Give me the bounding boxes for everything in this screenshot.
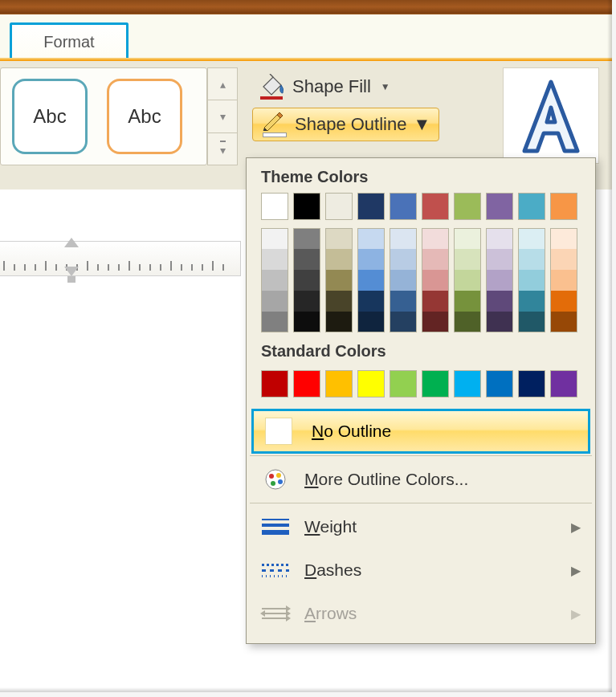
shape-style-gallery[interactable]: Abc Abc — [0, 67, 207, 165]
color-swatch[interactable] — [518, 228, 545, 249]
color-swatch[interactable] — [422, 249, 449, 270]
title-bar — [0, 0, 612, 14]
color-swatch[interactable] — [293, 228, 320, 249]
color-swatch[interactable] — [325, 193, 353, 220]
color-swatch[interactable] — [518, 312, 545, 332]
color-swatch[interactable] — [454, 370, 481, 397]
color-swatch[interactable] — [325, 291, 353, 312]
gallery-scroller: ▴ ▾ ▾ — [207, 67, 238, 165]
color-swatch[interactable] — [550, 370, 577, 397]
indent-marker-bottom[interactable] — [64, 267, 79, 276]
color-swatch[interactable] — [518, 270, 545, 291]
color-swatch[interactable] — [486, 249, 513, 270]
theme-colors-title: Theme Colors — [247, 158, 595, 193]
color-swatch[interactable] — [325, 228, 353, 249]
color-swatch[interactable] — [357, 228, 385, 249]
color-swatch[interactable] — [261, 370, 288, 397]
color-swatch[interactable] — [390, 312, 417, 332]
no-outline-item[interactable]: No Outline — [251, 409, 590, 454]
color-swatch[interactable] — [293, 270, 320, 291]
color-swatch[interactable] — [518, 193, 545, 220]
color-swatch[interactable] — [550, 193, 577, 220]
color-swatch[interactable] — [518, 370, 545, 397]
color-swatch[interactable] — [550, 270, 577, 291]
color-swatch[interactable] — [390, 370, 417, 397]
chevron-right-icon: ▶ — [571, 563, 581, 578]
color-swatch[interactable] — [486, 193, 513, 220]
color-swatch[interactable] — [261, 312, 288, 332]
color-swatch[interactable] — [261, 270, 288, 291]
color-swatch[interactable] — [486, 312, 513, 332]
color-swatch[interactable] — [422, 312, 449, 332]
color-swatch[interactable] — [357, 193, 385, 220]
tab-format[interactable]: Format — [10, 22, 129, 59]
more-outline-colors-item[interactable]: More Outline Colors... — [247, 458, 595, 501]
svg-point-0 — [266, 470, 285, 489]
color-swatch[interactable] — [422, 228, 449, 249]
color-swatch[interactable] — [550, 312, 577, 332]
wordart-style-gallery[interactable] — [503, 67, 599, 164]
color-swatch[interactable] — [261, 249, 288, 270]
weight-submenu-item[interactable]: Weight ▶ — [247, 505, 595, 548]
color-swatch[interactable] — [293, 312, 320, 332]
color-swatch[interactable] — [390, 291, 417, 312]
color-swatch[interactable] — [357, 270, 385, 291]
color-swatch[interactable] — [390, 193, 417, 220]
color-swatch[interactable] — [325, 270, 353, 291]
color-swatch[interactable] — [422, 270, 449, 291]
shape-style-thumb-2[interactable]: Abc — [107, 79, 182, 154]
color-swatch[interactable] — [486, 270, 513, 291]
gallery-expand[interactable]: ▾ — [207, 133, 238, 165]
color-swatch[interactable] — [454, 291, 481, 312]
color-swatch[interactable] — [486, 291, 513, 312]
dashes-submenu-item[interactable]: Dashes ▶ — [247, 548, 595, 592]
shape-fill-label: Shape Fill — [292, 76, 371, 97]
shape-outline-button[interactable]: Shape Outline ▼ — [252, 108, 439, 141]
dashes-icon — [261, 558, 290, 582]
color-swatch[interactable] — [550, 228, 577, 249]
color-swatch[interactable] — [390, 270, 417, 291]
gallery-scroll-up[interactable]: ▴ — [207, 67, 238, 100]
color-swatch[interactable] — [454, 270, 481, 291]
color-swatch[interactable] — [550, 249, 577, 270]
color-swatch[interactable] — [293, 193, 320, 220]
color-swatch[interactable] — [357, 291, 385, 312]
arrows-submenu-item: Arrows ▶ — [247, 592, 595, 635]
color-swatch[interactable] — [325, 370, 353, 397]
color-swatch[interactable] — [357, 312, 385, 332]
shape-fill-button[interactable]: Shape Fill ▼ — [252, 71, 439, 103]
gallery-scroll-down[interactable]: ▾ — [207, 100, 238, 132]
color-swatch[interactable] — [518, 249, 545, 270]
color-swatch[interactable] — [486, 370, 513, 397]
color-swatch[interactable] — [261, 193, 288, 220]
standard-colors-row — [247, 367, 595, 407]
color-swatch[interactable] — [357, 249, 385, 270]
shape-style-thumb-1[interactable]: Abc — [12, 79, 88, 154]
color-swatch[interactable] — [325, 249, 353, 270]
color-swatch[interactable] — [422, 193, 449, 220]
color-swatch[interactable] — [486, 228, 513, 249]
color-swatch[interactable] — [454, 228, 481, 249]
chevron-down-icon: ▼ — [381, 81, 390, 92]
dashes-label: Dashes — [304, 560, 361, 580]
color-swatch[interactable] — [261, 228, 288, 249]
color-swatch[interactable] — [422, 370, 449, 397]
color-swatch[interactable] — [454, 312, 481, 332]
color-swatch[interactable] — [454, 193, 481, 220]
paint-bucket-icon — [259, 74, 286, 100]
color-swatch[interactable] — [550, 291, 577, 312]
color-swatch[interactable] — [293, 370, 320, 397]
palette-icon — [261, 467, 290, 491]
color-swatch[interactable] — [293, 249, 320, 270]
color-swatch[interactable] — [325, 312, 353, 332]
color-swatch[interactable] — [390, 249, 417, 270]
color-swatch[interactable] — [454, 249, 481, 270]
color-swatch[interactable] — [357, 370, 385, 397]
color-swatch[interactable] — [390, 228, 417, 249]
color-swatch[interactable] — [293, 291, 320, 312]
color-swatch[interactable] — [422, 291, 449, 312]
color-swatch[interactable] — [518, 291, 545, 312]
shape-outline-label: Shape Outline — [295, 114, 406, 135]
indent-marker-top[interactable] — [64, 238, 79, 247]
color-swatch[interactable] — [261, 291, 288, 312]
